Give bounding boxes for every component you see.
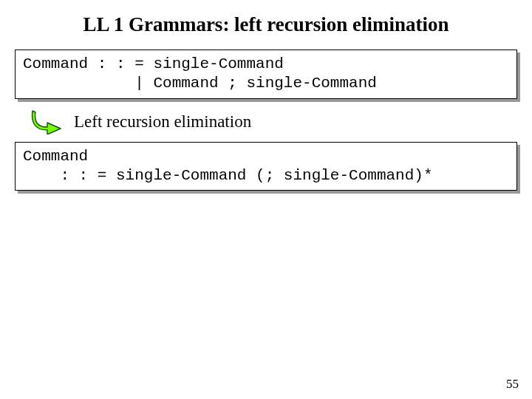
grammar-after-code: Command : : = single-Command (; single-C… bbox=[15, 142, 517, 191]
grammar-after-box: Command : : = single-Command (; single-C… bbox=[15, 142, 517, 191]
page-title: LL 1 Grammars: left recursion eliminatio… bbox=[10, 13, 522, 36]
code-line: | Command ; single-Command bbox=[23, 75, 377, 92]
code-line: : : = single-Command (; single-Command)* bbox=[23, 167, 433, 184]
code-line: Command : : = single-Command bbox=[23, 55, 284, 72]
code-line: Command bbox=[23, 148, 88, 165]
transition-row: Left recursion elimination bbox=[31, 109, 522, 134]
grammar-before-box: Command : : = single-Command | Command ;… bbox=[15, 50, 517, 99]
grammar-before-code: Command : : = single-Command | Command ;… bbox=[15, 50, 517, 99]
curved-arrow-icon bbox=[31, 109, 64, 134]
transition-label: Left recursion elimination bbox=[74, 112, 251, 132]
slide: LL 1 Grammars: left recursion eliminatio… bbox=[0, 0, 532, 399]
page-number: 55 bbox=[506, 377, 519, 392]
